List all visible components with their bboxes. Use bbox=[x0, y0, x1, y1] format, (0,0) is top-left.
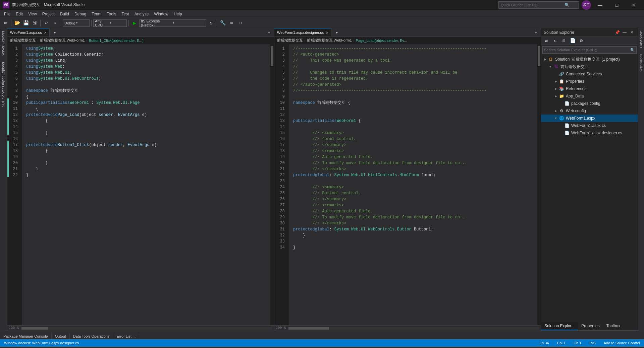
quick-launch-box[interactable]: 🔍 bbox=[498, 1, 579, 9]
left-code-content[interactable]: using System;using System.Collections.Ge… bbox=[22, 44, 270, 325]
status-col[interactable]: Col 1 bbox=[555, 341, 567, 345]
maximize-button[interactable]: □ bbox=[609, 0, 625, 10]
quick-launch-input[interactable] bbox=[501, 3, 565, 7]
left-tab-close[interactable]: ✕ bbox=[44, 31, 47, 34]
tab-toolbox[interactable]: Toolbox bbox=[603, 322, 624, 330]
tree-solution[interactable]: ▶ 🗒 Solution '前后端数据交互' (1 project) bbox=[541, 56, 638, 63]
refresh-btn[interactable]: ↻ bbox=[207, 19, 215, 27]
sql-server-tab[interactable]: SQL Server Object Explorer bbox=[0, 59, 7, 110]
right-vscroll[interactable] bbox=[537, 44, 541, 325]
class-view-tab[interactable]: Class View bbox=[639, 29, 644, 51]
menu-window[interactable]: Window bbox=[151, 10, 171, 18]
se-search-input[interactable] bbox=[544, 48, 630, 52]
left-bc-3[interactable]: Button1_Click(object sender, E...) bbox=[89, 39, 144, 43]
right-tab-menu-btn[interactable]: ▾ bbox=[333, 28, 341, 37]
menu-analyze[interactable]: Analyze bbox=[132, 10, 152, 18]
tab-output[interactable]: Output bbox=[52, 333, 70, 339]
webform1designer-label: WebForm1.aspx.designer.cs bbox=[571, 131, 637, 135]
tree-webform1-cs[interactable]: 📄 WebForm1.aspx.cs bbox=[541, 122, 638, 129]
tab-package-manager[interactable]: Package Manager Console bbox=[0, 333, 52, 339]
toolbar-btn-2[interactable]: ⊟ bbox=[236, 19, 244, 27]
tree-app-data[interactable]: ▶ 📁 App_Data bbox=[541, 92, 638, 100]
tab-solution-explorer[interactable]: Solution Explor... bbox=[541, 322, 578, 330]
toolbar: ⊕ 📂 💾 🖫 ↩ ↪ Debug ▾ Any CPU ▾ ▶ IIS Expr… bbox=[0, 18, 644, 28]
menu-test[interactable]: Test bbox=[119, 10, 132, 18]
undo-btn[interactable]: ↩ bbox=[42, 19, 50, 27]
server-explorer-tab[interactable]: Server Explorer bbox=[0, 28, 7, 59]
references-icon: 📚 bbox=[558, 86, 565, 92]
se-close-btn[interactable]: ✕ bbox=[629, 29, 635, 36]
se-search-box[interactable]: 🔍 bbox=[542, 46, 637, 54]
tree-properties[interactable]: ▶ 📋 Properties bbox=[541, 78, 638, 85]
right-vscroll-thumb[interactable] bbox=[538, 46, 540, 66]
menu-debug[interactable]: Debug bbox=[72, 10, 89, 18]
left-tab-menu-btn[interactable]: ▾ bbox=[51, 28, 59, 37]
right-tab-close[interactable]: ✕ bbox=[326, 31, 328, 34]
right-tab-label: WebForm1.aspx.designer.cs bbox=[277, 30, 324, 34]
toolbar-btn-1[interactable]: ⊞ bbox=[227, 19, 235, 27]
run-target-dropdown[interactable]: IIS Express (Firefox) ▾ bbox=[139, 19, 206, 27]
tree-webform1-aspx[interactable]: ▼ 🌐 WebForm1.aspx bbox=[541, 115, 638, 122]
right-hscroll[interactable] bbox=[288, 327, 539, 330]
debug-config-dropdown[interactable]: Debug ▾ bbox=[63, 19, 90, 27]
left-vscroll-thumb[interactable] bbox=[271, 46, 273, 66]
minimize-button[interactable]: — bbox=[592, 0, 608, 10]
right-hscroll-thumb[interactable] bbox=[288, 327, 329, 330]
right-code-content[interactable]: //--------------------------------------… bbox=[289, 44, 537, 325]
save-btn[interactable]: 💾 bbox=[22, 19, 30, 27]
new-project-btn[interactable]: ⊕ bbox=[1, 19, 9, 27]
left-active-tab[interactable]: WebForm1.aspx.cs ✕ bbox=[7, 28, 50, 37]
right-code-editor[interactable]: 1234567891011121314151617181920212223242… bbox=[274, 44, 537, 325]
left-add-tab-btn[interactable]: + bbox=[265, 28, 273, 37]
left-code-editor[interactable]: 12345678910111213141516171819202122 usin… bbox=[7, 44, 270, 325]
status-ln[interactable]: Ln 34 bbox=[538, 341, 550, 345]
se-pin-btn[interactable]: 📌 bbox=[614, 29, 621, 36]
menu-view[interactable]: View bbox=[25, 10, 40, 18]
status-source-control[interactable]: Add to Source Control bbox=[602, 341, 641, 345]
close-button[interactable]: ✕ bbox=[626, 0, 641, 10]
tab-properties-panel[interactable]: Properties bbox=[578, 322, 603, 330]
status-ch[interactable]: Ch 1 bbox=[572, 341, 583, 345]
tree-web-config[interactable]: ▶ ⚙ Web.config bbox=[541, 107, 638, 115]
se-minimize-btn[interactable]: — bbox=[621, 29, 628, 36]
menu-tools[interactable]: Tools bbox=[104, 10, 119, 18]
se-tree[interactable]: ▶ 🗒 Solution '前后端数据交互' (1 project) ▼ 🏗 前… bbox=[541, 55, 638, 322]
open-btn[interactable]: 📂 bbox=[13, 19, 21, 27]
run-button[interactable]: ▶ bbox=[130, 19, 139, 27]
menu-project[interactable]: Project bbox=[40, 10, 57, 18]
tab-error-list[interactable]: Error List ... bbox=[113, 333, 139, 339]
se-refresh-btn[interactable]: ↻ bbox=[551, 37, 559, 45]
menu-help[interactable]: Help bbox=[171, 10, 185, 18]
tree-connected-services[interactable]: 🔗 Connected Services bbox=[541, 70, 638, 78]
left-hscroll[interactable] bbox=[21, 327, 272, 330]
menu-edit[interactable]: Edit bbox=[13, 10, 25, 18]
menu-file[interactable]: File bbox=[1, 10, 13, 18]
se-collapse-btn[interactable]: ⊟ bbox=[560, 37, 568, 45]
menu-build[interactable]: Build bbox=[57, 10, 72, 18]
left-vscroll[interactable] bbox=[270, 44, 274, 325]
redo-btn[interactable]: ↪ bbox=[51, 19, 59, 27]
tree-references[interactable]: ▶ 📚 References bbox=[541, 85, 638, 92]
se-properties-btn[interactable]: 📄 bbox=[569, 37, 577, 45]
right-add-tab-btn[interactable]: + bbox=[532, 28, 540, 37]
left-bc-1[interactable]: 前后端数据交互 bbox=[10, 38, 36, 43]
left-hscroll-thumb[interactable] bbox=[21, 327, 48, 330]
left-bc-2[interactable]: 前后端数据交互.WebForm1 bbox=[40, 38, 85, 43]
se-sync-btn[interactable]: ⇄ bbox=[542, 37, 550, 45]
menu-team[interactable]: Team bbox=[89, 10, 104, 18]
tree-packages-config[interactable]: 📄 packages.config bbox=[541, 100, 638, 107]
right-bc-3[interactable]: Page_Load(object sender, Ev... bbox=[356, 39, 407, 43]
right-bc-1[interactable]: 前后端数据交互 bbox=[277, 38, 303, 43]
tab-data-tools[interactable]: Data Tools Operations bbox=[70, 333, 113, 339]
right-active-tab[interactable]: WebForm1.aspx.designer.cs ✕ bbox=[274, 28, 331, 37]
far-right-panel: Class View Notifications bbox=[638, 28, 644, 331]
tree-webform1-designer[interactable]: 📄 WebForm1.aspx.designer.cs bbox=[541, 129, 638, 137]
right-bc-2[interactable]: 前后端数据交互.WebForm1 bbox=[307, 38, 352, 43]
save-all-btn[interactable]: 🖫 bbox=[31, 19, 39, 27]
notifications-tab[interactable]: Notifications bbox=[639, 51, 644, 75]
attach-debugger-btn[interactable]: 🔧 bbox=[219, 19, 227, 27]
cpu-config-dropdown[interactable]: Any CPU ▾ bbox=[93, 19, 127, 27]
se-settings-btn[interactable]: ⚙ bbox=[577, 37, 585, 45]
tree-project[interactable]: ▼ 🏗 前后端数据交互 bbox=[541, 63, 638, 70]
status-ins[interactable]: INS bbox=[588, 341, 597, 345]
